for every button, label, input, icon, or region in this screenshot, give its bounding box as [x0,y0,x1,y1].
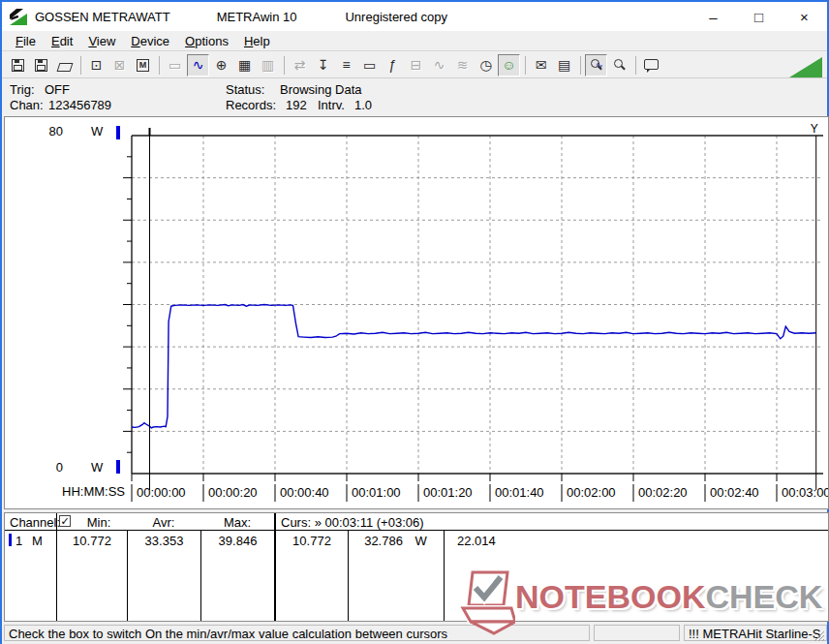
chart-view-icon[interactable]: ∿ [187,54,209,77]
zoom-curve-icon: ∿ [590,58,603,72]
interval-value: 1.0 [354,98,372,112]
histogram-view-icon: ▥ [261,58,274,72]
cursor2-number: 32.786 [364,534,403,548]
menu-options[interactable]: Options [177,32,236,50]
toolbar-separator [635,56,636,75]
cursor2-unit: W [415,534,427,548]
menu-device[interactable]: Device [123,32,177,50]
toolbar-separator [284,56,285,75]
cursor1-value: 10.772 [277,534,347,548]
window-title-product: METRAwin 10 [217,10,297,24]
print-icon: ▤ [558,58,570,72]
formula-icon: ƒ [389,58,397,72]
device-settings-icon[interactable]: ≡ [335,54,357,77]
formula-icon[interactable]: ƒ [382,54,404,77]
channel-mode: M [32,534,43,548]
zoom-icon[interactable] [608,54,630,77]
cursor-delta-value: 22.014 [457,534,496,548]
mail-icon[interactable]: ✉ [530,54,552,77]
x-axis-tick-label: 00:01:20 [423,485,473,500]
save-as-icon [35,59,47,72]
title-bar: GOSSEN METRAWATT METRAwin 10 Unregistere… [2,2,827,31]
checkmark-icon: ✓ [60,515,69,527]
timer-icon[interactable]: ◷ [475,54,497,77]
minimize-button[interactable]: – [691,2,736,31]
device-memory-icon: M [137,59,149,72]
chan-value: 123456789 [48,98,111,112]
open-file-icon [56,63,73,72]
x-axis-tick-label: 00:00:40 [280,485,329,500]
device-memory-icon[interactable]: M [132,54,154,77]
table-header-divider [5,530,828,531]
toolbar-separator [580,56,581,75]
table-view-icon[interactable]: ▦ [233,54,256,77]
cursor-scope-icon[interactable]: ⊕ [210,54,232,77]
min-max-checkbox[interactable]: ✓ [59,515,71,527]
open-file-icon[interactable] [53,54,76,77]
toolbar-separator [159,56,160,75]
transfer-icon: ⇄ [289,54,311,77]
app-logo-icon [10,8,27,25]
smiley-icon: ☺ [502,58,515,72]
toolbar-separator [525,56,526,75]
wave-single-icon: ∿ [434,58,445,72]
print-icon[interactable]: ▤ [553,54,575,77]
zoom-curve-icon[interactable]: ∿ [585,54,607,77]
tooltip-icon [644,59,659,70]
tooltip-icon[interactable] [640,54,662,77]
x-axis-tick-label: 00:02:40 [710,485,759,500]
monitor-icon[interactable]: ▭ [358,54,381,77]
numeric-display-icon: ▭ [169,58,181,72]
notebookcheck-laptop-icon [455,569,515,635]
connection-status-triangle [789,57,822,77]
save-as-icon[interactable] [30,54,52,77]
app-window: GOSSEN METRAWATT METRAwin 10 Unregistere… [0,0,829,644]
menu-bar: FileEditViewDeviceOptionsHelp [2,31,827,51]
channel-number: 1 [15,534,22,548]
chart-plot[interactable]: 00:00:0000:00:2000:00:4000:01:0000:01:20… [5,117,828,508]
col-header-channel: Channel: [10,515,60,530]
histogram-view-icon: ▥ [257,54,279,77]
read-device-memory-icon[interactable]: ⊡ [85,54,107,77]
x-axis-tick-label: 00:01:40 [495,485,544,500]
x-axis-tick-label: 00:01:00 [352,485,401,500]
menu-view[interactable]: View [80,32,123,50]
status-value: Browsing Data [280,82,362,97]
menu-file[interactable]: File [8,32,44,50]
cursor2-handle-icon[interactable]: Y [811,122,818,136]
col-header-min: Min: [75,515,123,530]
store-to-device-icon[interactable]: ↧ [312,54,334,77]
device-panel-icon: ⊟ [405,54,427,77]
table-view-icon: ▦ [238,58,251,72]
power-trace [132,305,816,428]
device-panel-icon: ⊟ [411,58,422,72]
col-header-avr: Avr: [127,515,200,530]
transfer-icon: ⇄ [294,58,306,72]
wave-single-icon: ∿ [428,54,450,77]
records-value: 192 [286,98,307,112]
status-label: Status: [226,82,264,97]
save-icon [12,59,24,72]
notebookcheck-wordmark: NOTEBOOKCHECK [515,569,822,624]
y-axis-channel-marker-top [116,126,120,139]
timer-icon: ◷ [479,58,491,72]
close-button[interactable]: × [782,2,827,31]
menu-edit[interactable]: Edit [44,32,80,50]
table-divider [56,513,57,621]
records-label: Records: [226,98,276,112]
numeric-display-icon: ▭ [164,54,186,77]
maximize-button[interactable]: □ [736,2,782,31]
x-axis-tick-label: 00:00:00 [137,485,186,500]
store-to-device-icon: ↧ [318,58,329,72]
logo-text-notebook: NOTEBOOK [515,578,705,615]
info-strip: Trig: OFF Chan: 123456789 Status: Browsi… [2,79,827,116]
menu-help[interactable]: Help [236,32,278,50]
notebookcheck-logo: NOTEBOOKCHECK [455,569,829,637]
smiley-icon[interactable]: ☺ [498,54,520,77]
toolbar-separator [80,56,81,75]
chart-panel: 80 W 0 W HH:MM:SS 00:00:0000:00:2000:00:… [4,116,829,509]
save-icon[interactable] [7,54,29,77]
read-device-memory-icon: ⊡ [91,58,103,72]
chart-view-icon: ∿ [193,58,204,72]
toolbar: ⊡⊠M▭∿⊕▦▥⇄↧≡▭ƒ⊟∿≋◷☺✉▤∿ [2,52,827,78]
